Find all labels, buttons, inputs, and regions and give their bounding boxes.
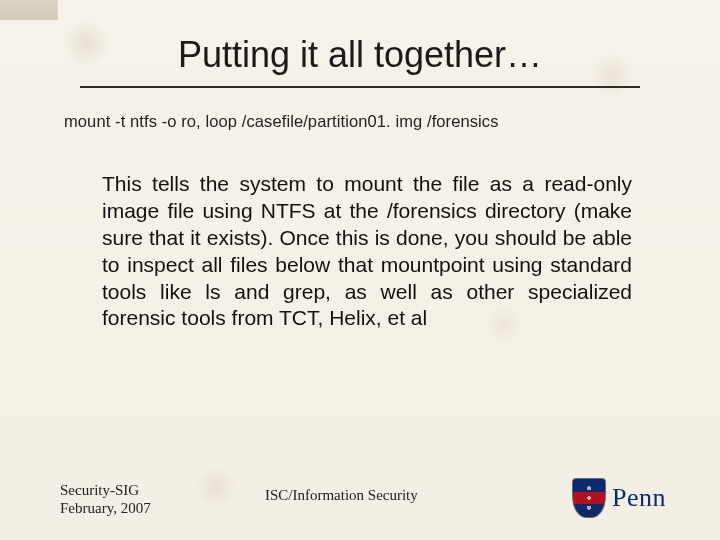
shield-icon (572, 478, 606, 518)
body-paragraph: This tells the system to mount the file … (102, 171, 632, 332)
penn-logo: Penn (572, 478, 666, 518)
penn-wordmark: Penn (612, 483, 666, 513)
slide-title: Putting it all together… (60, 34, 660, 76)
footer: Security-SIG February, 2007 ISC/Informat… (60, 478, 666, 518)
command-line: mount -t ntfs -o ro, loop /casefile/part… (64, 112, 656, 131)
footer-center: ISC/Information Security (111, 487, 572, 518)
slide: Putting it all together… mount -t ntfs -… (0, 0, 720, 540)
title-rule (80, 86, 640, 88)
